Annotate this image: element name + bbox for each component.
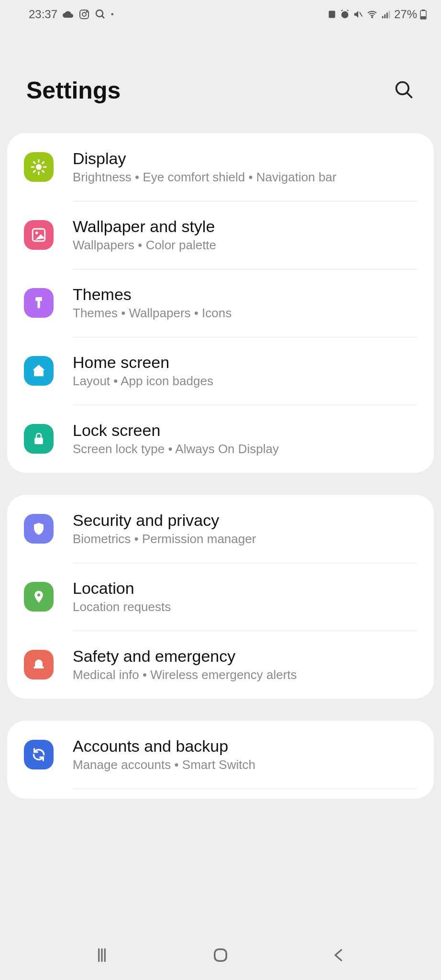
home-button[interactable] xyxy=(210,945,231,967)
row-subtitle: Themes • Wallpapers • Icons xyxy=(73,306,232,321)
mute-icon xyxy=(353,9,364,20)
svg-point-3 xyxy=(96,10,103,17)
svg-point-16 xyxy=(397,82,409,94)
row-title: Home screen xyxy=(73,353,213,372)
display-icon xyxy=(24,152,54,182)
page-title: Settings xyxy=(26,77,121,104)
settings-row-wallpaper[interactable]: Wallpaper and style Wallpapers • Color p… xyxy=(24,201,417,269)
search-icon xyxy=(394,95,415,102)
wifi-icon xyxy=(366,9,378,20)
instagram-icon xyxy=(78,9,90,20)
svg-line-25 xyxy=(33,171,35,172)
settings-row-lockscreen[interactable]: Lock screen Screen lock type • Always On… xyxy=(24,405,417,473)
row-title: Location xyxy=(73,579,171,598)
svg-rect-32 xyxy=(38,661,40,664)
header: Settings xyxy=(0,29,441,133)
row-subtitle: Layout • App icon badges xyxy=(73,374,213,389)
svg-rect-5 xyxy=(329,11,335,18)
svg-rect-31 xyxy=(33,667,44,668)
dot-icon: • xyxy=(111,10,114,19)
svg-point-1 xyxy=(82,12,86,16)
row-title: Security and privacy xyxy=(73,511,256,530)
location-icon xyxy=(24,582,54,612)
lock-icon xyxy=(24,424,54,454)
status-left: 23:37 • xyxy=(29,8,114,21)
row-title: Wallpaper and style xyxy=(73,217,216,236)
settings-group-display: Display Brightness • Eye comfort shield … xyxy=(7,133,434,473)
recents-button[interactable] xyxy=(93,946,111,966)
back-button[interactable] xyxy=(330,946,348,966)
settings-group-accounts: Accounts and backup Manage accounts • Sm… xyxy=(7,721,434,799)
svg-rect-9 xyxy=(382,16,384,19)
home-icon xyxy=(24,356,54,386)
svg-rect-29 xyxy=(34,438,43,445)
row-subtitle: Wallpapers • Color palette xyxy=(73,238,216,253)
svg-line-24 xyxy=(43,171,44,172)
row-title: Safety and emergency xyxy=(73,647,297,666)
svg-point-30 xyxy=(37,593,40,596)
row-subtitle: Medical info • Wireless emergency alerts xyxy=(73,668,297,682)
svg-rect-11 xyxy=(386,12,388,18)
svg-line-26 xyxy=(43,162,44,163)
status-right: 27% xyxy=(327,8,427,21)
settings-row-display[interactable]: Display Brightness • Eye comfort shield … xyxy=(24,133,417,201)
search-status-icon xyxy=(95,9,106,20)
wallpaper-icon xyxy=(24,220,54,250)
emergency-icon xyxy=(24,650,54,679)
settings-group-security: Security and privacy Biometrics • Permis… xyxy=(7,495,434,699)
svg-line-7 xyxy=(360,12,363,16)
shield-icon xyxy=(24,514,54,544)
svg-rect-10 xyxy=(384,14,386,18)
battery-icon xyxy=(420,9,427,20)
svg-rect-37 xyxy=(215,949,227,961)
settings-row-security[interactable]: Security and privacy Biometrics • Permis… xyxy=(24,495,417,563)
settings-row-safety[interactable]: Safety and emergency Medical info • Wire… xyxy=(24,631,417,699)
svg-point-2 xyxy=(87,11,88,12)
svg-rect-27 xyxy=(33,229,45,241)
svg-point-6 xyxy=(342,11,349,19)
svg-point-18 xyxy=(36,164,42,170)
settings-content: Display Brightness • Eye comfort shield … xyxy=(0,133,441,799)
search-button[interactable] xyxy=(394,79,415,102)
app-update-icon xyxy=(327,10,337,19)
row-subtitle: Screen lock type • Always On Display xyxy=(73,442,279,457)
clock-text: 23:37 xyxy=(29,8,57,21)
svg-line-23 xyxy=(33,162,35,163)
row-subtitle: Manage accounts • Smart Switch xyxy=(73,757,255,772)
row-title: Accounts and backup xyxy=(73,737,255,756)
alarm-icon xyxy=(340,9,350,20)
row-subtitle: Brightness • Eye comfort shield • Naviga… xyxy=(73,170,336,185)
navigation-bar xyxy=(0,932,441,980)
row-subtitle: Location requests xyxy=(73,600,171,614)
row-subtitle: Biometrics • Permission manager xyxy=(73,532,256,546)
svg-rect-15 xyxy=(421,16,426,19)
row-title: Display xyxy=(73,149,336,168)
status-bar: 23:37 • 27% xyxy=(0,0,441,29)
battery-text: 27% xyxy=(394,8,417,21)
settings-row-homescreen[interactable]: Home screen Layout • App icon badges xyxy=(24,337,417,405)
svg-point-28 xyxy=(35,232,38,234)
svg-point-8 xyxy=(372,17,373,18)
row-title: Lock screen xyxy=(73,421,279,440)
svg-rect-33 xyxy=(38,665,40,666)
svg-rect-12 xyxy=(388,11,390,19)
settings-row-themes[interactable]: Themes Themes • Wallpapers • Icons xyxy=(24,269,417,337)
svg-line-4 xyxy=(102,16,104,18)
svg-rect-14 xyxy=(422,10,425,11)
themes-icon xyxy=(24,288,54,318)
row-title: Themes xyxy=(73,285,232,304)
settings-row-accounts[interactable]: Accounts and backup Manage accounts • Sm… xyxy=(24,721,417,789)
signal-icon xyxy=(381,9,391,20)
cloud-icon xyxy=(62,9,74,20)
settings-row-location[interactable]: Location Location requests xyxy=(24,563,417,631)
svg-line-17 xyxy=(407,92,412,98)
sync-icon xyxy=(24,740,54,769)
